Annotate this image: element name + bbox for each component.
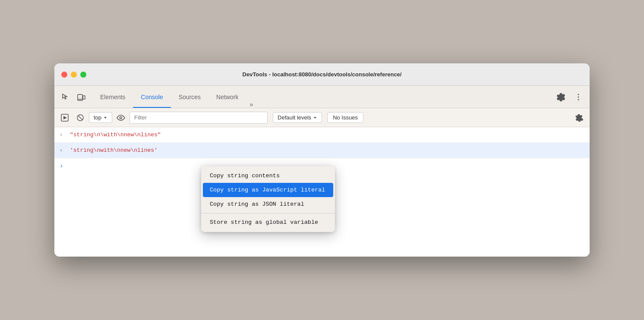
svg-point-3 [578, 94, 579, 95]
svg-rect-1 [83, 96, 85, 99]
run-snippet-icon[interactable] [58, 111, 72, 125]
window-title: DevTools - localhost:8080/docs/devtools/… [243, 71, 402, 78]
tab-elements[interactable]: Elements [92, 86, 133, 108]
console-settings-icon[interactable] [572, 111, 586, 125]
svg-rect-0 [78, 94, 82, 100]
no-issues-button[interactable]: No Issues [327, 112, 363, 123]
context-selector[interactable]: top [89, 112, 112, 123]
tab-sources[interactable]: Sources [171, 86, 208, 108]
svg-marker-12 [314, 117, 316, 119]
eye-icon[interactable] [114, 111, 128, 125]
console-row: › "string\n\with\nnew\nlines" [54, 127, 590, 143]
console-toolbar: top Default levels No Issues [54, 108, 590, 127]
traffic-lights [61, 72, 86, 78]
svg-line-9 [78, 116, 82, 120]
console-content: › "string\n\with\nnew\nlines" ‹ 'string\… [54, 127, 590, 257]
cm-copy-json-literal[interactable]: Copy string as JSON literal [201, 197, 335, 211]
clear-console-icon[interactable] [73, 111, 87, 125]
titlebar: DevTools - localhost:8080/docs/devtools/… [54, 63, 590, 86]
minimize-button[interactable] [71, 72, 77, 78]
inspect-icon[interactable] [58, 89, 73, 105]
close-button[interactable] [61, 72, 67, 78]
maximize-button[interactable] [80, 72, 86, 78]
cm-copy-js-literal[interactable]: Copy string as JavaScript literal [203, 183, 333, 197]
cm-store-global[interactable]: Store string as global variable [201, 215, 335, 229]
prompt-arrow: › [60, 163, 63, 169]
svg-marker-10 [104, 117, 107, 119]
tab-more[interactable]: » [246, 101, 256, 108]
console-output-text: 'string\nwith\nnew\nlines' [70, 147, 158, 154]
filter-input[interactable] [129, 112, 268, 124]
svg-marker-7 [63, 116, 67, 119]
device-mode-icon[interactable] [73, 89, 89, 105]
output-arrow: ‹ [60, 147, 66, 154]
console-output-text: "string\n\with\nnew\nlines" [70, 132, 161, 138]
context-menu-separator [201, 213, 335, 213]
cm-copy-string-contents[interactable]: Copy string contents [201, 169, 335, 183]
svg-point-4 [578, 96, 579, 97]
settings-icon[interactable] [553, 89, 569, 105]
svg-point-5 [578, 99, 579, 100]
devtools-window: DevTools - localhost:8080/docs/devtools/… [54, 63, 590, 257]
tab-network[interactable]: Network [208, 86, 246, 108]
svg-point-11 [120, 116, 122, 119]
console-row: ‹ 'string\nwith\nnew\nlines' [54, 143, 590, 158]
more-menu-icon[interactable] [571, 89, 586, 105]
tab-console[interactable]: Console [133, 86, 170, 108]
tab-area: Elements Console Sources Network » [92, 86, 553, 108]
main-toolbar: Elements Console Sources Network » [54, 86, 590, 108]
default-levels-selector[interactable]: Default levels [273, 112, 322, 123]
toolbar-right [553, 89, 586, 105]
input-arrow: › [60, 132, 66, 138]
context-menu: Copy string contents Copy string as Java… [201, 166, 335, 232]
